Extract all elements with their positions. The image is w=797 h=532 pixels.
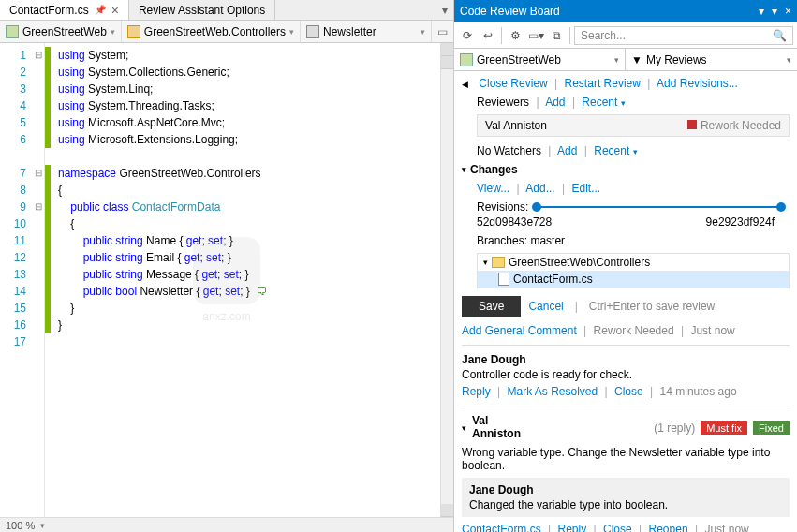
triangle-down-icon: ▾ bbox=[462, 165, 466, 174]
split-editor-icon[interactable]: ▭ bbox=[432, 21, 453, 42]
close-icon[interactable]: × bbox=[111, 4, 119, 17]
status-dot-icon bbox=[687, 120, 697, 129]
branch-name: master bbox=[530, 234, 565, 247]
wrench-icon bbox=[306, 25, 319, 38]
line-number-gutter: 1234567891011121314151617 bbox=[0, 43, 32, 517]
revision-left: 52d09843e728 bbox=[477, 215, 552, 229]
refresh-icon[interactable]: ⟳ bbox=[458, 26, 477, 45]
zoom-level[interactable]: 100 % bbox=[0, 520, 40, 531]
fold-column[interactable]: ⊟⊟⊟ bbox=[32, 43, 45, 517]
layout-icon[interactable]: ▭▾ bbox=[526, 26, 545, 45]
tab-label: ContactForm.cs bbox=[9, 4, 89, 17]
pin-icon[interactable]: ▾ bbox=[772, 5, 777, 18]
add-changes-link[interactable]: Add... bbox=[525, 182, 554, 195]
reply-author: Jane Dough bbox=[469, 483, 782, 496]
reviewer-name: Val Anniston bbox=[485, 119, 547, 132]
filter-row: GreenStreetWeb ▾ ▼ My Reviews ▾ bbox=[454, 49, 797, 71]
class-icon bbox=[127, 25, 140, 38]
vertical-scrollbar[interactable] bbox=[440, 43, 453, 517]
comment-reply: Jane Dough Changed the variable type int… bbox=[462, 478, 790, 517]
general-time: Just now bbox=[690, 324, 734, 337]
close-review-link[interactable]: Close Review bbox=[479, 77, 547, 90]
mark-resolved-link[interactable]: Mark As Resolved bbox=[508, 385, 598, 398]
comment-file-link[interactable]: ContactForm.cs bbox=[462, 523, 541, 532]
filter-selector[interactable]: ▼ My Reviews ▾ bbox=[626, 49, 797, 70]
view-changes-link[interactable]: View... bbox=[477, 182, 509, 195]
close-comment-link[interactable]: Close bbox=[603, 523, 632, 532]
add-revisions-link[interactable]: Add Revisions... bbox=[657, 77, 738, 90]
panel-header: Code Review Board ▾ ▾ × bbox=[454, 0, 797, 22]
close-comment-link[interactable]: Close bbox=[614, 385, 643, 398]
file-icon bbox=[498, 273, 509, 286]
tab-overflow-icon[interactable]: ▾ bbox=[436, 0, 453, 20]
tree-folder[interactable]: ▾ GreenStreetWeb\Controllers bbox=[478, 254, 789, 271]
chevron-down-icon: ▾ bbox=[421, 27, 425, 37]
edit-changes-link[interactable]: Edit... bbox=[571, 182, 600, 195]
tab-review-options[interactable]: Review Assistant Options bbox=[129, 0, 275, 20]
changes-section-header[interactable]: ▾ Changes bbox=[462, 163, 790, 176]
comment-body: Controller code is ready for check. bbox=[462, 368, 790, 381]
comment-time: 14 minutes ago bbox=[660, 385, 737, 398]
breadcrumb: GreenStreetWeb ▾ GreenStreetWeb.Controll… bbox=[0, 21, 453, 43]
reviewers-label: Reviewers bbox=[477, 96, 529, 109]
recent-reviewers-link[interactable]: Recent bbox=[582, 96, 617, 109]
comment-time: Just now bbox=[704, 523, 748, 532]
gear-icon[interactable]: ⚙ bbox=[506, 26, 524, 45]
add-reviewer-link[interactable]: Add bbox=[545, 96, 565, 109]
restart-review-link[interactable]: Restart Review bbox=[565, 77, 641, 90]
filter-icon: ▼ bbox=[631, 53, 642, 66]
code-editor[interactable]: 1234567891011121314151617 ⊟⊟⊟ using Syst… bbox=[0, 43, 453, 517]
chevron-down-icon: ▾ bbox=[289, 27, 294, 37]
scroll-down-icon[interactable] bbox=[441, 504, 453, 517]
code-review-panel: Code Review Board ▾ ▾ × ⟳ ↩ ⚙ ▭▾ ⧉ Searc… bbox=[454, 0, 797, 532]
project-selector[interactable]: GreenStreetWeb ▾ bbox=[454, 49, 626, 70]
add-watcher-link[interactable]: Add bbox=[557, 144, 577, 157]
save-button[interactable]: Save bbox=[462, 296, 521, 317]
chevron-down-icon: ▾ bbox=[111, 27, 115, 37]
reply-body: Changed the variable type into boolean. bbox=[469, 498, 782, 511]
csharp-icon bbox=[460, 53, 473, 66]
close-icon[interactable]: × bbox=[785, 5, 791, 18]
comment-bubble-icon[interactable]: 🗨 bbox=[257, 285, 268, 298]
zoom-chevron-icon[interactable]: ▾ bbox=[40, 521, 45, 530]
cancel-link[interactable]: Cancel bbox=[528, 300, 563, 313]
reply-link[interactable]: Reply bbox=[558, 523, 587, 532]
revision-slider[interactable]: Revisions: bbox=[477, 200, 790, 214]
tab-contactform[interactable]: ContactForm.cs 📌 × bbox=[0, 0, 129, 20]
save-hint: Ctrl+Enter to save review bbox=[589, 300, 715, 313]
review-toolbar: ⟳ ↩ ⚙ ▭▾ ⧉ Search... 🔍 bbox=[454, 22, 797, 49]
comment-2: ▾ Val Anniston (1 reply) Must fix Fixed … bbox=[462, 414, 790, 532]
pin-icon[interactable]: 📌 bbox=[95, 5, 106, 15]
fixed-badge: Fixed bbox=[753, 421, 790, 435]
crumb-project[interactable]: GreenStreetWeb ▾ bbox=[0, 21, 122, 42]
tree-file[interactable]: ContactForm.cs bbox=[478, 271, 789, 288]
reply-count: (1 reply) bbox=[654, 421, 695, 435]
reply-link[interactable]: Reply bbox=[462, 385, 491, 398]
scroll-split-icon[interactable] bbox=[441, 43, 453, 56]
horizontal-scrollbar[interactable]: 100 % ▾ bbox=[0, 517, 453, 532]
scroll-up-icon[interactable] bbox=[441, 56, 453, 69]
recent-watchers-link[interactable]: Recent bbox=[594, 144, 629, 157]
panel-title: Code Review Board bbox=[460, 5, 759, 18]
revision-right: 9e2923df924f bbox=[706, 215, 775, 229]
document-tabs: ContactForm.cs 📌 × Review Assistant Opti… bbox=[0, 0, 453, 21]
copy-icon[interactable]: ⧉ bbox=[547, 26, 566, 45]
tab-label: Review Assistant Options bbox=[139, 4, 265, 17]
search-input[interactable]: Search... 🔍 bbox=[574, 26, 793, 45]
comment-author: Val Anniston bbox=[472, 414, 521, 440]
back-icon[interactable]: ↩ bbox=[479, 26, 497, 45]
crumb-member[interactable]: Newsletter ▾ bbox=[301, 21, 432, 42]
general-status: Rework Needed bbox=[594, 324, 674, 337]
add-general-comment-link[interactable]: Add General Comment bbox=[462, 324, 577, 337]
comment-author: Jane Dough bbox=[462, 353, 790, 366]
code-area[interactable]: using System; using System.Collections.G… bbox=[51, 43, 440, 517]
crumb-class[interactable]: GreenStreetWeb.Controllers ▾ bbox=[122, 21, 301, 42]
folder-icon bbox=[492, 257, 505, 268]
reopen-link[interactable]: Reopen bbox=[649, 523, 688, 532]
reviewer-item[interactable]: Val Anniston Rework Needed bbox=[477, 114, 790, 137]
csharp-file-icon bbox=[6, 25, 19, 38]
comment-body: Wrong variable type. Change the Newslett… bbox=[462, 446, 790, 472]
dropdown-arrow-icon[interactable]: ▾ bbox=[759, 5, 764, 18]
branches-label: Branches: bbox=[477, 234, 527, 247]
review-content: ◀ Close Review | Restart Review | Add Re… bbox=[454, 71, 797, 532]
